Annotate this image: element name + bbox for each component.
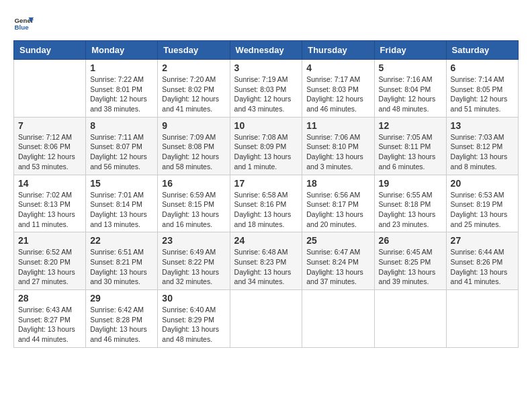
calendar-cell: 5Sunrise: 7:16 AM Sunset: 8:04 PM Daylig… <box>374 60 446 118</box>
logo-icon: General Blue <box>13 13 34 34</box>
day-info: Sunrise: 7:14 AM Sunset: 8:05 PM Dayligh… <box>451 75 514 114</box>
day-number: 29 <box>90 293 153 304</box>
day-info: Sunrise: 6:56 AM Sunset: 8:17 PM Dayligh… <box>306 190 369 230</box>
day-info: Sunrise: 7:09 AM Sunset: 8:08 PM Dayligh… <box>162 132 225 172</box>
calendar-cell: 12Sunrise: 7:05 AM Sunset: 8:11 PM Dayli… <box>374 117 446 175</box>
day-info: Sunrise: 7:16 AM Sunset: 8:04 PM Dayligh… <box>379 75 442 114</box>
day-number: 26 <box>379 235 442 246</box>
day-number: 13 <box>451 120 514 131</box>
page-header: General Blue <box>13 13 519 34</box>
calendar-week-row: 1Sunrise: 7:22 AM Sunset: 8:01 PM Daylig… <box>14 60 519 118</box>
day-number: 8 <box>90 120 153 131</box>
day-info: Sunrise: 6:48 AM Sunset: 8:23 PM Dayligh… <box>234 247 298 287</box>
day-info: Sunrise: 7:03 AM Sunset: 8:12 PM Dayligh… <box>451 132 514 172</box>
day-info: Sunrise: 6:42 AM Sunset: 8:28 PM Dayligh… <box>90 305 153 345</box>
calendar-cell: 3Sunrise: 7:19 AM Sunset: 8:03 PM Daylig… <box>230 60 302 118</box>
calendar-cell: 8Sunrise: 7:11 AM Sunset: 8:07 PM Daylig… <box>86 117 158 175</box>
day-number: 2 <box>162 62 225 73</box>
calendar-day-header: Saturday <box>446 41 518 60</box>
calendar-cell: 17Sunrise: 6:58 AM Sunset: 8:16 PM Dayli… <box>230 175 302 232</box>
day-number: 25 <box>306 235 369 246</box>
calendar-day-header: Tuesday <box>158 41 230 60</box>
day-number: 4 <box>306 62 369 73</box>
day-info: Sunrise: 6:55 AM Sunset: 8:18 PM Dayligh… <box>379 190 442 230</box>
calendar-day-header: Friday <box>374 41 446 60</box>
calendar-table: SundayMondayTuesdayWednesdayThursdayFrid… <box>13 40 519 348</box>
calendar-cell: 23Sunrise: 6:49 AM Sunset: 8:22 PM Dayli… <box>158 232 230 290</box>
calendar-cell: 10Sunrise: 7:08 AM Sunset: 8:09 PM Dayli… <box>230 117 302 175</box>
day-number: 15 <box>90 178 153 189</box>
day-number: 27 <box>451 235 514 246</box>
calendar-cell: 1Sunrise: 7:22 AM Sunset: 8:01 PM Daylig… <box>86 60 158 118</box>
calendar-cell: 6Sunrise: 7:14 AM Sunset: 8:05 PM Daylig… <box>446 60 518 118</box>
day-number: 22 <box>90 235 153 246</box>
calendar-day-header: Wednesday <box>230 41 302 60</box>
day-number: 11 <box>306 120 369 131</box>
day-number: 1 <box>90 62 153 73</box>
calendar-cell: 14Sunrise: 7:02 AM Sunset: 8:13 PM Dayli… <box>14 175 86 232</box>
day-number: 23 <box>162 235 225 246</box>
day-number: 28 <box>18 293 81 304</box>
calendar-day-header: Sunday <box>14 41 86 60</box>
day-info: Sunrise: 6:40 AM Sunset: 8:29 PM Dayligh… <box>162 305 225 345</box>
day-info: Sunrise: 7:01 AM Sunset: 8:14 PM Dayligh… <box>90 190 153 230</box>
day-info: Sunrise: 6:43 AM Sunset: 8:27 PM Dayligh… <box>18 305 81 345</box>
day-info: Sunrise: 6:53 AM Sunset: 8:19 PM Dayligh… <box>451 190 514 230</box>
day-info: Sunrise: 6:49 AM Sunset: 8:22 PM Dayligh… <box>162 247 225 287</box>
day-info: Sunrise: 7:22 AM Sunset: 8:01 PM Dayligh… <box>90 75 153 114</box>
calendar-day-header: Thursday <box>302 41 374 60</box>
day-info: Sunrise: 6:51 AM Sunset: 8:21 PM Dayligh… <box>90 247 153 287</box>
day-number: 3 <box>234 62 298 73</box>
calendar-cell: 21Sunrise: 6:52 AM Sunset: 8:20 PM Dayli… <box>14 232 86 290</box>
day-info: Sunrise: 6:59 AM Sunset: 8:15 PM Dayligh… <box>162 190 225 230</box>
calendar-cell: 28Sunrise: 6:43 AM Sunset: 8:27 PM Dayli… <box>14 290 86 348</box>
calendar-cell: 24Sunrise: 6:48 AM Sunset: 8:23 PM Dayli… <box>230 232 302 290</box>
day-number: 10 <box>234 120 298 131</box>
calendar-cell: 11Sunrise: 7:06 AM Sunset: 8:10 PM Dayli… <box>302 117 374 175</box>
day-number: 5 <box>379 62 442 73</box>
day-info: Sunrise: 6:45 AM Sunset: 8:25 PM Dayligh… <box>379 247 442 287</box>
day-number: 17 <box>234 178 298 189</box>
day-number: 12 <box>379 120 442 131</box>
day-info: Sunrise: 7:08 AM Sunset: 8:09 PM Dayligh… <box>234 132 298 172</box>
day-info: Sunrise: 6:44 AM Sunset: 8:26 PM Dayligh… <box>451 247 514 287</box>
calendar-header-row: SundayMondayTuesdayWednesdayThursdayFrid… <box>14 41 519 60</box>
day-number: 7 <box>18 120 81 131</box>
day-number: 30 <box>162 293 225 304</box>
calendar-cell: 13Sunrise: 7:03 AM Sunset: 8:12 PM Dayli… <box>446 117 518 175</box>
day-info: Sunrise: 7:02 AM Sunset: 8:13 PM Dayligh… <box>18 190 81 230</box>
calendar-cell <box>302 290 374 348</box>
calendar-cell: 19Sunrise: 6:55 AM Sunset: 8:18 PM Dayli… <box>374 175 446 232</box>
calendar-cell: 15Sunrise: 7:01 AM Sunset: 8:14 PM Dayli… <box>86 175 158 232</box>
calendar-week-row: 21Sunrise: 6:52 AM Sunset: 8:20 PM Dayli… <box>14 232 519 290</box>
day-number: 16 <box>162 178 225 189</box>
calendar-week-row: 14Sunrise: 7:02 AM Sunset: 8:13 PM Dayli… <box>14 175 519 232</box>
day-info: Sunrise: 7:19 AM Sunset: 8:03 PM Dayligh… <box>234 75 298 114</box>
day-info: Sunrise: 7:06 AM Sunset: 8:10 PM Dayligh… <box>306 132 369 172</box>
day-number: 6 <box>451 62 514 73</box>
day-number: 9 <box>162 120 225 131</box>
calendar-cell: 26Sunrise: 6:45 AM Sunset: 8:25 PM Dayli… <box>374 232 446 290</box>
day-number: 18 <box>306 178 369 189</box>
calendar-cell: 9Sunrise: 7:09 AM Sunset: 8:08 PM Daylig… <box>158 117 230 175</box>
calendar-cell: 20Sunrise: 6:53 AM Sunset: 8:19 PM Dayli… <box>446 175 518 232</box>
day-info: Sunrise: 6:58 AM Sunset: 8:16 PM Dayligh… <box>234 190 298 230</box>
svg-text:Blue: Blue <box>15 24 30 31</box>
calendar-day-header: Monday <box>86 41 158 60</box>
day-info: Sunrise: 6:47 AM Sunset: 8:24 PM Dayligh… <box>306 247 369 287</box>
day-info: Sunrise: 7:20 AM Sunset: 8:02 PM Dayligh… <box>162 75 225 114</box>
day-number: 24 <box>234 235 298 246</box>
calendar-cell: 22Sunrise: 6:51 AM Sunset: 8:21 PM Dayli… <box>86 232 158 290</box>
calendar-cell <box>14 60 86 118</box>
calendar-cell <box>374 290 446 348</box>
calendar-cell: 7Sunrise: 7:12 AM Sunset: 8:06 PM Daylig… <box>14 117 86 175</box>
day-number: 14 <box>18 178 81 189</box>
calendar-week-row: 28Sunrise: 6:43 AM Sunset: 8:27 PM Dayli… <box>14 290 519 348</box>
calendar-cell: 2Sunrise: 7:20 AM Sunset: 8:02 PM Daylig… <box>158 60 230 118</box>
calendar-cell: 29Sunrise: 6:42 AM Sunset: 8:28 PM Dayli… <box>86 290 158 348</box>
day-info: Sunrise: 7:12 AM Sunset: 8:06 PM Dayligh… <box>18 132 81 172</box>
calendar-cell: 18Sunrise: 6:56 AM Sunset: 8:17 PM Dayli… <box>302 175 374 232</box>
logo: General Blue <box>13 13 34 34</box>
calendar-cell: 30Sunrise: 6:40 AM Sunset: 8:29 PM Dayli… <box>158 290 230 348</box>
day-info: Sunrise: 7:05 AM Sunset: 8:11 PM Dayligh… <box>379 132 442 172</box>
